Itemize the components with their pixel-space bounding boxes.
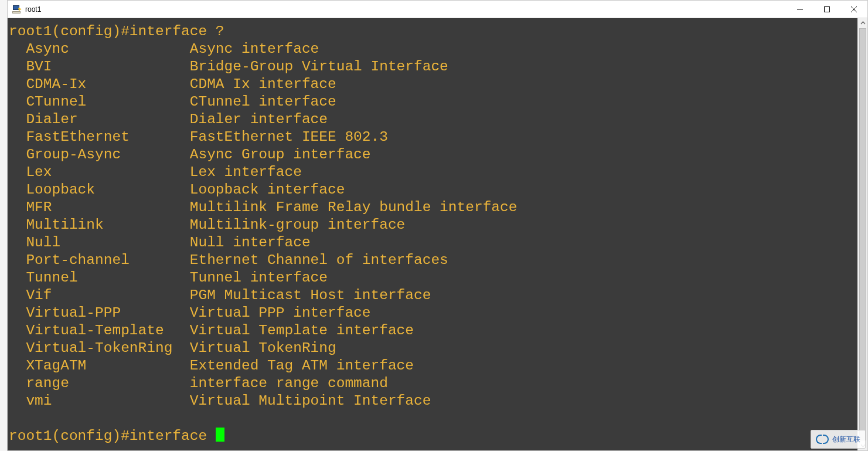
scroll-track[interactable] <box>858 28 867 440</box>
terminal[interactable]: root1(config)#interface ? Async Async in… <box>8 18 857 450</box>
watermark-badge: 创新互联 <box>811 430 866 449</box>
scroll-up-arrow-icon[interactable] <box>858 18 867 28</box>
terminal-output: root1(config)#interface ? Async Async in… <box>9 23 856 445</box>
watermark-text: 创新互联 <box>832 435 860 445</box>
minimize-button[interactable] <box>787 1 813 18</box>
client-area: root1(config)#interface ? Async Async in… <box>8 18 867 450</box>
background-page-strip <box>0 0 7 451</box>
scroll-thumb[interactable] <box>859 28 866 440</box>
close-button[interactable] <box>840 1 867 18</box>
vertical-scrollbar[interactable] <box>857 18 867 450</box>
window-title: root1 <box>25 5 41 13</box>
svg-rect-1 <box>825 6 830 12</box>
putty-icon <box>12 5 22 14</box>
terminal-cursor <box>216 428 224 442</box>
titlebar[interactable]: root1 <box>8 1 867 18</box>
watermark-logo-icon <box>816 433 829 446</box>
maximize-button[interactable] <box>813 1 840 18</box>
putty-window: root1 root1(config)#interface ? Async As… <box>7 0 868 451</box>
